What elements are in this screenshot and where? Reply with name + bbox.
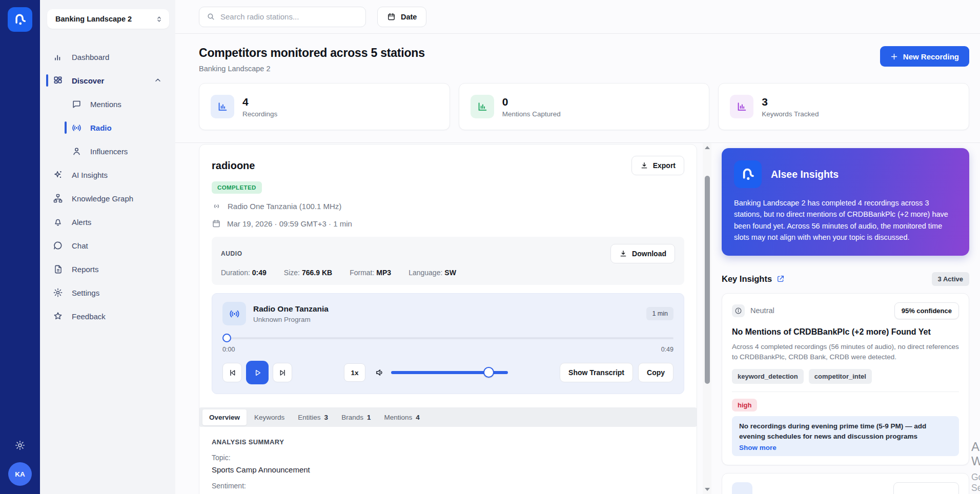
analysis-summary-label: ANALYSIS SUMMARY [212,438,684,446]
plus-icon [890,53,898,60]
external-link-icon[interactable] [777,275,785,283]
insight-description: Across 4 completed recordings (56 minute… [732,342,959,363]
sentiment-label: Sentiment: [212,482,684,490]
tab-overview[interactable]: Overview [202,409,247,425]
topic-label: Topic: [212,454,684,462]
page-title: Competitors monitored across 5 stations [199,46,425,60]
copy-button[interactable]: Copy [638,363,673,382]
new-recording-button[interactable]: New Recording [880,46,969,67]
progress-bar[interactable] [222,334,673,342]
active-count-badge: 3 Active [932,272,969,286]
playback-speed-button[interactable]: 1x [344,363,365,382]
search-box[interactable] [199,7,366,27]
tab-entities[interactable]: Entities3 [291,409,335,425]
sidebar-item-label: Reports [72,265,99,274]
recording-datetime: Mar 19, 2026 · 09:59 GMT+3 · 1 min [227,219,352,228]
audio-panel: AUDIO Download Duration:0:49 Size:766.9 … [212,237,684,285]
main-area: Date Competitors monitored across 5 stat… [175,0,980,494]
audio-section-label: AUDIO [221,250,242,257]
insight-card: Neutral 95% confidence No Mentions of CR… [722,293,969,465]
scroll-up-arrow[interactable] [703,144,711,151]
stat-value: 3 [762,96,819,108]
sidebar-item-label: Mentions [90,100,121,109]
show-transcript-button[interactable]: Show Transcript [560,363,633,382]
star-icon [52,311,64,322]
tab-keywords[interactable]: Keywords [248,409,291,425]
stat-value: 4 [242,96,277,108]
info-icon [732,482,752,494]
insights-panel: Alsee Insights Banking Landscape 2 has c… [722,143,969,494]
sidebar-item-influencers[interactable]: Influencers [47,139,169,163]
person-icon [71,146,82,157]
show-more-link[interactable]: Show more [739,444,952,451]
export-label: Export [653,161,676,170]
sidebar-item-discover[interactable]: Discover [47,69,169,92]
topic-value: Sports Camp Announcement [212,465,684,474]
insight-sentiment: Neutral [750,306,774,315]
app-rail: KA [0,0,40,494]
export-button[interactable]: Export [631,156,684,175]
vertical-scrollbar[interactable] [703,143,711,494]
tab-mentions[interactable]: Mentions4 [377,409,426,425]
status-badge: COMPLETED [212,181,262,194]
volume-slider[interactable] [391,371,508,374]
volume-icon[interactable] [375,367,385,378]
tab-brands[interactable]: Brands1 [335,409,377,425]
sidebar-item-label: Discover [72,76,104,85]
sidebar-item-alerts[interactable]: Alerts [47,210,169,234]
page-header-section: Competitors monitored across 5 stations … [175,34,980,130]
download-label: Download [632,250,666,258]
sidebar-nav: Dashboard Discover Mentions [47,45,169,328]
audio-language: Language:SW [409,269,456,277]
progress-track[interactable] [230,337,673,339]
confidence-badge [893,482,959,494]
progress-handle[interactable] [222,334,231,342]
sidebar-item-label: Feedback [72,312,106,321]
date-button-label: Date [401,13,417,21]
alsee-logo-icon [740,166,756,182]
skip-back-button[interactable] [222,363,242,382]
recommendation-text: No recordings during evening prime time … [739,421,952,442]
download-button[interactable]: Download [610,244,675,263]
chevron-updown-icon [155,15,163,23]
stats-row: 4 Recordings 0 Mentions Captured [199,83,969,130]
sidebar-item-chat[interactable]: Chat [47,234,169,257]
chevron-up-icon [154,76,162,85]
sidebar-item-reports[interactable]: Reports [47,257,169,281]
sidebar-item-label: Knowledge Graph [72,194,133,203]
sidebar-item-mentions[interactable]: Mentions [47,92,169,116]
scroll-down-arrow[interactable] [703,486,711,493]
sidebar-item-ai-insights[interactable]: AI Insights [47,163,169,187]
insight-title: No Mentions of CRDBBankPlc (+2 more) Fou… [732,327,959,338]
skip-forward-button[interactable] [273,363,292,382]
radio-icon [212,201,221,211]
sidebar-item-feedback[interactable]: Feedback [47,304,169,328]
current-time: 0:00 [222,346,235,353]
alsee-logo[interactable] [8,7,32,32]
project-selector[interactable]: Banking Landscape 2 [47,9,169,29]
key-insights-header: Key Insights 3 Active [722,272,969,286]
confidence-badge: 95% confidence [894,302,959,319]
volume-handle[interactable] [483,367,494,378]
rail-settings-gear-icon[interactable] [14,440,26,451]
skip-forward-icon [278,368,287,377]
sidebar-item-dashboard[interactable]: Dashboard [47,45,169,69]
sidebar-item-knowledge-graph[interactable]: Knowledge Graph [47,187,169,210]
recommendation-box: No recordings during evening prime time … [732,416,959,456]
radio-icon [222,302,246,325]
sidebar: Banking Landscape 2 Dashboard Discover [40,0,175,494]
scrollbar-thumb[interactable] [705,176,710,384]
active-indicator [65,121,67,134]
total-time: 0:49 [661,346,673,353]
play-button[interactable] [246,361,269,384]
sidebar-item-label: Chat [72,241,88,250]
alsee-logo-icon [12,12,28,27]
calendar-icon [212,219,221,228]
sidebar-item-radio[interactable]: Radio [47,116,169,139]
tabs-bar: Overview Keywords Entities3 Brands1 Ment… [199,407,697,427]
date-filter-button[interactable]: Date [377,7,426,27]
search-input[interactable] [220,12,358,21]
user-avatar[interactable]: KA [8,462,32,486]
sidebar-item-settings[interactable]: Settings [47,281,169,304]
gear-icon [52,287,64,298]
